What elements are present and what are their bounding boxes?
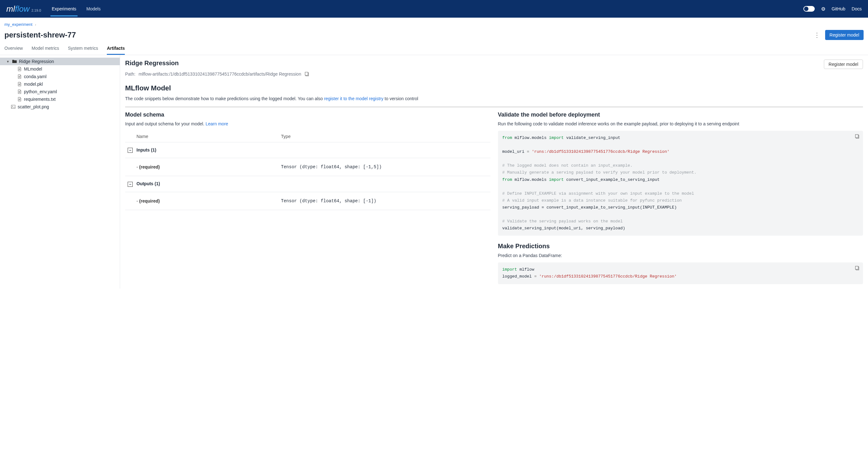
- file-icon: [17, 67, 22, 71]
- two-column: Model schema Input and output schema for…: [125, 107, 863, 284]
- tree-file-label: python_env.yaml: [24, 89, 57, 94]
- image-icon: [11, 104, 16, 109]
- col-name: Name: [128, 134, 148, 139]
- register-model-button[interactable]: Register model: [825, 30, 864, 40]
- output-type: Tensor (dtype: float64, shape: [-1]): [279, 192, 490, 210]
- artifact-content: Ridge Regression Register model Path: ml…: [120, 55, 868, 289]
- schema-heading: Model schema: [125, 112, 490, 118]
- tree-children: MLmodel conda.yaml model.pkl python_env.…: [0, 65, 120, 103]
- logo-version: 2.19.0: [32, 8, 41, 12]
- inputs-label: Inputs (1): [136, 148, 156, 153]
- svg-rect-5: [856, 134, 858, 138]
- collapse-icon[interactable]: −: [128, 182, 133, 187]
- predict-code-block: import mlflow logged_model = 'runs:/db1d…: [498, 262, 863, 284]
- breadcrumb-parent[interactable]: my_experiment: [4, 22, 32, 27]
- input-type: Tensor (dtype: float64, shape: [-1,5]): [279, 158, 490, 176]
- file-icon: [17, 97, 22, 101]
- tree-folder-label: Ridge Regression: [19, 59, 54, 64]
- chevron-right-icon: ›: [35, 23, 36, 27]
- tree-file-label: MLmodel: [24, 66, 42, 71]
- logo-flow: flow: [15, 4, 29, 13]
- theme-toggle[interactable]: [803, 6, 815, 12]
- output-row: - (required) Tensor (dtype: float64, sha…: [125, 192, 490, 210]
- title-row: persistent-shrew-77 ⋮ Register model: [4, 30, 864, 40]
- inputs-group-row[interactable]: −Inputs (1): [125, 142, 490, 158]
- validate-column: Validate the model before deployment Run…: [498, 112, 863, 284]
- copy-icon[interactable]: [305, 71, 310, 76]
- artifact-title: Ridge Regression: [125, 60, 824, 67]
- tab-overview[interactable]: Overview: [4, 46, 23, 55]
- nav-tabs: Experiments Models: [51, 1, 102, 17]
- outputs-label: Outputs (1): [136, 181, 160, 186]
- schema-table: Name Type −Inputs (1) - (required) Tenso…: [125, 131, 490, 210]
- svg-point-1: [12, 106, 12, 106]
- tab-model-metrics[interactable]: Model metrics: [32, 46, 59, 55]
- register-registry-link[interactable]: register it to the model registry: [324, 96, 383, 101]
- schema-column: Model schema Input and output schema for…: [125, 112, 490, 284]
- tree-file-model-pkl[interactable]: model.pkl: [0, 80, 120, 88]
- outputs-group-row[interactable]: −Outputs (1): [125, 176, 490, 192]
- path-label: Path:: [125, 71, 135, 76]
- schema-learn-more-link[interactable]: Learn more: [206, 121, 228, 126]
- file-icon: [17, 82, 22, 86]
- tree-folder-ridge-regression[interactable]: ▼ Ridge Regression: [0, 58, 120, 65]
- register-model-button-secondary[interactable]: Register model: [824, 60, 863, 69]
- page-title: persistent-shrew-77: [4, 31, 814, 39]
- tree-file-scatter-plot[interactable]: scatter_plot.png: [0, 103, 120, 110]
- tree-file-label: requirements.txt: [24, 97, 56, 102]
- kebab-menu-icon[interactable]: ⋮: [814, 31, 820, 39]
- copy-icon[interactable]: [855, 265, 860, 271]
- tree-file-label: model.pkl: [24, 82, 43, 87]
- tree-file-python-env[interactable]: python_env.yaml: [0, 88, 120, 95]
- collapse-icon[interactable]: −: [128, 148, 133, 153]
- nav-models[interactable]: Models: [85, 1, 102, 17]
- svg-rect-3: [305, 72, 308, 75]
- github-link[interactable]: GitHub: [832, 6, 846, 11]
- tree-file-label: scatter_plot.png: [18, 104, 49, 109]
- tree-file-label: conda.yaml: [24, 74, 46, 79]
- tab-system-metrics[interactable]: System metrics: [68, 46, 98, 55]
- validate-heading: Validate the model before deployment: [498, 112, 863, 118]
- tree-file-requirements[interactable]: requirements.txt: [0, 95, 120, 103]
- predict-heading: Make Predictions: [498, 243, 863, 250]
- caret-down-icon: ▼: [6, 60, 10, 63]
- tree-file-mlmodel[interactable]: MLmodel: [0, 65, 120, 73]
- tree-file-conda[interactable]: conda.yaml: [0, 73, 120, 80]
- file-icon: [17, 74, 22, 79]
- tab-artifacts[interactable]: Artifacts: [107, 46, 125, 55]
- gear-icon[interactable]: ⚙: [821, 6, 826, 12]
- copy-icon[interactable]: [855, 134, 860, 139]
- breadcrumb: my_experiment ›: [4, 22, 864, 27]
- run-tabs: Overview Model metrics System metrics Ar…: [0, 40, 868, 55]
- artifact-path: mlflow-artifacts:/1/db1df513310241398775…: [139, 71, 301, 76]
- docs-link[interactable]: Docs: [851, 6, 862, 11]
- page-top: my_experiment › persistent-shrew-77 ⋮ Re…: [0, 18, 868, 40]
- folder-icon: [12, 59, 17, 64]
- validate-code-block: from mlflow.models import validate_servi…: [498, 131, 863, 235]
- nav-experiments[interactable]: Experiments: [51, 1, 78, 17]
- input-row: - (required) Tensor (dtype: float64, sha…: [125, 158, 490, 176]
- predict-sub: Predict on a Pandas DataFrame:: [498, 253, 863, 258]
- header: mlflow 2.19.0 Experiments Models ⚙ GitHu…: [0, 0, 868, 18]
- logo-ml: ml: [6, 4, 15, 13]
- artifact-header: Ridge Regression Register model: [125, 60, 863, 69]
- artifact-path-row: Path: mlflow-artifacts:/1/db1df513310241…: [125, 71, 863, 76]
- mlflow-model-desc: The code snippets below demonstrate how …: [125, 96, 863, 101]
- svg-rect-7: [856, 266, 858, 269]
- file-icon: [17, 90, 22, 94]
- header-right: ⚙ GitHub Docs: [803, 6, 862, 12]
- validate-sub: Run the following code to validate model…: [498, 121, 863, 126]
- col-type: Type: [279, 131, 490, 142]
- schema-sub: Input and output schema for your model. …: [125, 121, 490, 126]
- artifact-tree: ▼ Ridge Regression MLmodel conda.yaml mo…: [0, 55, 120, 289]
- main: ▼ Ridge Regression MLmodel conda.yaml mo…: [0, 55, 868, 289]
- svg-rect-0: [11, 105, 15, 109]
- logo[interactable]: mlflow 2.19.0: [6, 4, 41, 14]
- mlflow-model-heading: MLflow Model: [125, 84, 863, 92]
